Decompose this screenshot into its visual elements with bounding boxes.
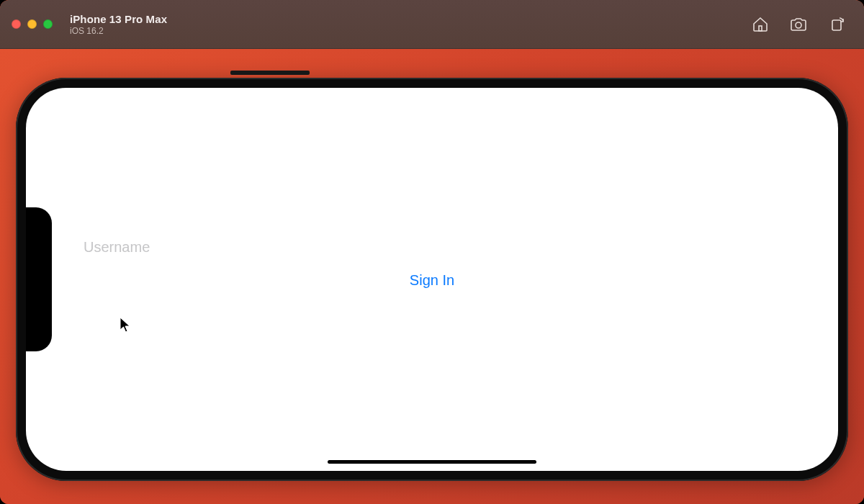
home-indicator[interactable] [328, 460, 536, 464]
device-frame: Username Sign In [16, 78, 848, 481]
os-subtitle: iOS 16.2 [70, 26, 167, 36]
simulator-window: iPhone 13 Pro Max iOS 16.2 [0, 0, 864, 504]
maximize-window-button[interactable] [43, 19, 53, 29]
screenshot-icon [789, 16, 808, 33]
device-title: iPhone 13 Pro Max [70, 13, 167, 25]
svg-rect-0 [759, 26, 762, 31]
titlebar-actions [752, 16, 852, 33]
traffic-lights [12, 19, 53, 29]
svg-point-1 [796, 22, 801, 28]
device-screen[interactable]: Username Sign In [26, 88, 838, 471]
app-content: Username Sign In [26, 88, 838, 471]
username-input[interactable]: Username [84, 239, 444, 256]
titlebar-titles: iPhone 13 Pro Max iOS 16.2 [70, 13, 167, 36]
username-placeholder: Username [84, 239, 150, 255]
home-icon [752, 16, 769, 33]
svg-rect-2 [832, 20, 841, 30]
screenshot-button[interactable] [789, 16, 808, 33]
close-window-button[interactable] [12, 19, 21, 29]
sign-in-button[interactable]: Sign In [410, 272, 454, 289]
rotate-icon [828, 16, 845, 33]
simulator-titlebar: iPhone 13 Pro Max iOS 16.2 [0, 0, 864, 49]
desktop-background: Username Sign In [0, 49, 864, 504]
device-side-button [230, 71, 310, 75]
rotate-button[interactable] [828, 16, 845, 33]
home-button[interactable] [752, 16, 769, 33]
minimize-window-button[interactable] [27, 19, 37, 29]
